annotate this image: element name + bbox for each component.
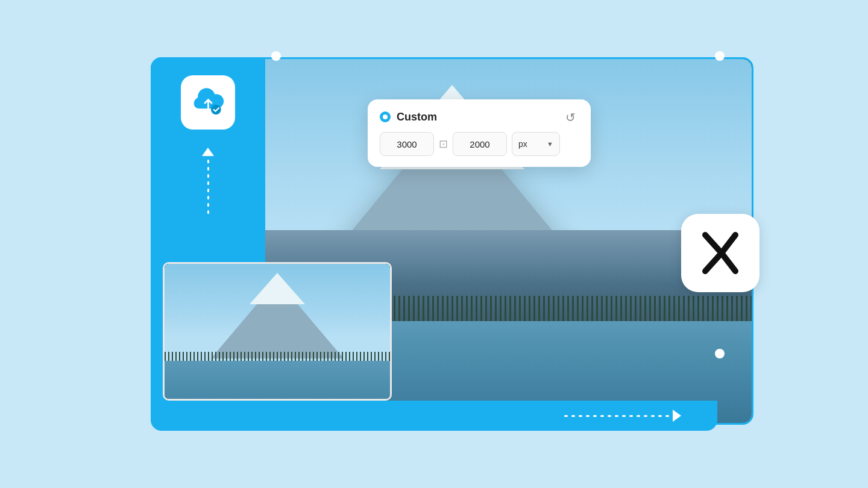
upload-direction-arrow <box>202 148 214 214</box>
hdash-12 <box>644 415 647 417</box>
thumbnail-snow <box>250 273 305 304</box>
main-scene: Custom ↺ 3000 ⊡ 2000 px ▼ <box>72 45 796 443</box>
width-input[interactable]: 3000 <box>380 132 434 156</box>
dash-7 <box>207 203 209 207</box>
hdash-2 <box>571 415 575 417</box>
unit-dropdown[interactable]: px ▼ <box>512 132 560 156</box>
hdash-8 <box>615 415 618 417</box>
cloud-upload-button[interactable] <box>181 75 235 130</box>
hdash-3 <box>579 415 582 417</box>
corner-dot-top-right <box>715 51 725 61</box>
hdash-1 <box>564 415 568 417</box>
corner-dot-bottom-right <box>715 349 725 358</box>
panel-title-row: Custom <box>380 111 437 124</box>
radio-inner-dot <box>383 114 388 119</box>
chevron-down-icon: ▼ <box>547 140 553 148</box>
thumbnail-fuji-background <box>165 264 390 399</box>
dash-5 <box>207 189 209 192</box>
arrow-right-head <box>673 410 681 422</box>
hdash-6 <box>600 415 604 417</box>
dash-1 <box>207 160 209 163</box>
height-input[interactable]: 2000 <box>453 132 507 156</box>
custom-settings-panel: Custom ↺ 3000 ⊡ 2000 px ▼ <box>368 99 591 167</box>
custom-radio-button[interactable] <box>380 111 391 122</box>
reset-button[interactable]: ↺ <box>565 110 579 124</box>
dash-6 <box>207 196 209 199</box>
svg-point-0 <box>211 104 221 114</box>
panel-title-text: Custom <box>397 111 437 124</box>
unit-value: px <box>518 139 527 149</box>
panel-header: Custom ↺ <box>380 110 579 124</box>
thumbnail-preview <box>163 262 392 401</box>
arrow-up-head <box>202 148 214 156</box>
hdash-11 <box>637 415 640 417</box>
hdash-4 <box>586 415 590 417</box>
dimension-separator: ⊡ <box>439 137 448 151</box>
panel-inputs-row: 3000 ⊡ 2000 px ▼ <box>380 132 579 156</box>
export-direction-arrow <box>564 410 681 422</box>
hdash-14 <box>658 415 662 417</box>
corner-dot-top-left <box>271 51 281 61</box>
hdash-10 <box>629 415 633 417</box>
dash-8 <box>207 210 209 214</box>
dash-3 <box>207 174 209 178</box>
hdash-9 <box>622 415 626 417</box>
hdash-7 <box>608 415 611 417</box>
capcut-logo-icon <box>696 229 744 277</box>
thumbnail-lake <box>165 361 390 399</box>
hdash-5 <box>593 415 597 417</box>
hdash-15 <box>665 415 669 417</box>
dash-4 <box>207 181 209 185</box>
hdash-13 <box>651 415 655 417</box>
capcut-logo-badge <box>681 214 760 292</box>
cloud-upload-icon <box>192 86 225 119</box>
bottom-arrow-bar <box>151 401 717 431</box>
dash-2 <box>207 167 209 170</box>
